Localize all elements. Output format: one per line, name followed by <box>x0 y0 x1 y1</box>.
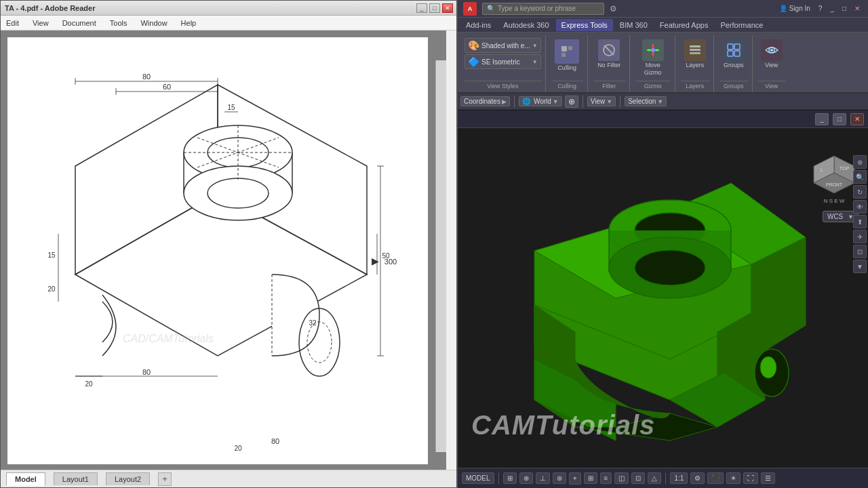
close-cad-button[interactable]: ✕ <box>852 3 863 14</box>
shaded-view-dropdown[interactable]: 🎨 Shaded with e... ▼ <box>465 38 541 53</box>
view-toolbar-dropdown[interactable]: View ▼ <box>587 96 616 106</box>
otrack-button[interactable]: ⊞ <box>584 472 597 484</box>
snap-button[interactable]: ⊕ <box>519 472 533 484</box>
orbit-tool-button[interactable]: ↻ <box>853 185 867 199</box>
tab-bim-360[interactable]: BIM 360 <box>614 19 653 31</box>
view-button[interactable]: View <box>758 38 785 79</box>
tab-featured-apps[interactable]: Featured Apps <box>654 19 714 31</box>
coordinates-dropdown[interactable]: Coordinates ▶ <box>460 96 510 106</box>
adobe-status-bar: Model Layout1 Layout2 + <box>1 470 457 487</box>
menu-document[interactable]: Document <box>60 18 99 28</box>
menu-edit[interactable]: Edit <box>3 18 22 28</box>
ucs-icon-dropdown[interactable]: ⊕ <box>565 96 578 108</box>
view-style-group-label: View Styles <box>465 81 541 89</box>
menu-window[interactable]: Window <box>138 18 170 28</box>
view-tools: View <box>758 38 785 79</box>
move-gizmo-label: Move <box>646 62 660 68</box>
grid-button[interactable]: ⊞ <box>503 472 517 484</box>
view-toolbar-arrow-icon: ▼ <box>606 98 612 105</box>
world-dropdown[interactable]: 🌐 World ▼ <box>519 96 562 106</box>
ribbon-group-gizmo: Move Gizmo Gizmo <box>631 35 675 92</box>
minimize-cad-button[interactable]: _ <box>827 3 837 14</box>
search-options-icon[interactable]: ⚙ <box>610 4 617 14</box>
help-button[interactable]: ? <box>816 3 825 14</box>
down-tool-button[interactable]: ▼ <box>853 260 867 273</box>
sign-in-button[interactable]: 👤 Sign In <box>776 3 813 14</box>
model-status-button[interactable]: MODEL <box>462 472 494 484</box>
iso-view-dropdown[interactable]: 🔷 SE Isometric ▼ <box>465 54 541 69</box>
svg-text:80: 80 <box>142 368 151 376</box>
close-button[interactable]: ✕ <box>442 3 453 13</box>
osnap-button[interactable]: ⌖ <box>569 472 581 485</box>
move-gizmo-button[interactable]: Move Gizmo <box>639 38 667 79</box>
menu-view[interactable]: View <box>30 18 52 28</box>
tab-layout2[interactable]: Layout2 <box>106 472 150 485</box>
toolbar-sep-3 <box>620 96 620 108</box>
viewport-close-button[interactable]: ✕ <box>850 113 864 125</box>
svg-rect-59 <box>690 45 701 47</box>
status-sep-1 <box>498 472 499 485</box>
toolbar-sep-1 <box>514 96 515 108</box>
groups-button[interactable]: Groups <box>720 38 747 79</box>
tab-layout1[interactable]: Layout1 <box>54 472 98 485</box>
svg-text:20: 20 <box>47 285 56 293</box>
layers-button[interactable]: Layers <box>682 38 709 79</box>
culling-button[interactable]: Culling <box>553 38 580 79</box>
hardware-accel-button[interactable]: ⬛ <box>707 472 724 484</box>
no-filter-button[interactable]: No Filter <box>595 38 623 79</box>
walk-tool-button[interactable]: ⬆ <box>853 215 867 228</box>
pan-tool-button[interactable]: ⊕ <box>853 155 867 169</box>
menu-tools[interactable]: Tools <box>107 18 130 28</box>
search-bar[interactable]: 🔍 Type a keyword or phrase <box>482 3 604 15</box>
3d-object-svg <box>480 142 819 447</box>
workspace-button[interactable]: ⚙ <box>690 472 705 484</box>
customization-button[interactable]: ☰ <box>761 472 775 484</box>
selection-dropdown[interactable]: Selection ▼ <box>625 96 667 106</box>
wcs-text: WCS <box>827 213 843 220</box>
groups-group-label: Groups <box>719 81 748 89</box>
ribbon-tabs: Add-ins Autodesk 360 Express Tools BIM 3… <box>458 18 868 33</box>
fly-tool-button[interactable]: ✈ <box>853 230 867 243</box>
tab-express-tools[interactable]: Express Tools <box>556 19 613 31</box>
tab-performance[interactable]: Performance <box>715 19 768 31</box>
tab-model[interactable]: Model <box>6 472 45 486</box>
viewport-header: _ □ ✕ <box>458 110 868 128</box>
tab-autodesk-360[interactable]: Autodesk 360 <box>498 19 554 31</box>
polar-button[interactable]: ⊛ <box>553 472 566 484</box>
maximize-button[interactable]: □ <box>429 3 440 13</box>
svg-text:15: 15 <box>227 104 235 111</box>
maximize-cad-button[interactable]: □ <box>840 3 849 14</box>
ribbon-group-view-style: 🎨 Shaded with e... ▼ 🔷 SE Isometric ▼ Vi… <box>460 35 546 92</box>
transparency-button[interactable]: ◫ <box>614 472 629 484</box>
layers-icon <box>684 39 706 61</box>
lineweight-button[interactable]: ≡ <box>600 472 612 484</box>
autocad-panel: A 🔍 Type a keyword or phrase ⚙ 👤 Sign In… <box>458 0 868 488</box>
svg-point-52 <box>651 48 655 52</box>
3d-osnap-button[interactable]: △ <box>648 472 661 484</box>
menu-help[interactable]: Help <box>178 18 199 28</box>
autodesk-logo: A <box>463 2 477 16</box>
minimize-button[interactable]: _ <box>416 3 427 13</box>
select-cycling-button[interactable]: ⊡ <box>631 472 645 484</box>
selection-arrow-icon: ▼ <box>657 98 663 105</box>
svg-text:80: 80 <box>271 437 279 445</box>
viewport-maximize-button[interactable]: □ <box>833 113 846 125</box>
ribbon-group-groups: Groups Groups <box>715 35 753 92</box>
shaded-arrow-icon: ▼ <box>532 43 538 49</box>
ortho-button[interactable]: ⊥ <box>536 472 550 484</box>
view-style-tools: 🎨 Shaded with e... ▼ 🔷 SE Isometric ▼ <box>465 38 541 79</box>
isolate-button[interactable]: ☀ <box>726 472 741 484</box>
extents-tool-button[interactable]: ⊡ <box>853 245 867 258</box>
tab-add-ins[interactable]: Add-ins <box>460 19 496 31</box>
annotation-scale-button[interactable]: 1:1 <box>670 472 688 484</box>
viewport-minimize-button[interactable]: _ <box>815 113 829 125</box>
pdf-scrollbar[interactable] <box>435 60 446 452</box>
look-tool-button[interactable]: 👁 <box>853 200 867 214</box>
iso-icon: 🔷 <box>468 56 479 67</box>
viewport-3d[interactable]: _ □ ✕ <box>458 110 868 468</box>
add-tab-button[interactable]: + <box>158 472 172 486</box>
ribbon-group-culling: Culling Culling <box>547 35 588 92</box>
groups-icon <box>723 39 745 61</box>
zoom-tool-button[interactable]: 🔍 <box>853 170 867 184</box>
fullscreen-button[interactable]: ⛶ <box>743 472 758 484</box>
